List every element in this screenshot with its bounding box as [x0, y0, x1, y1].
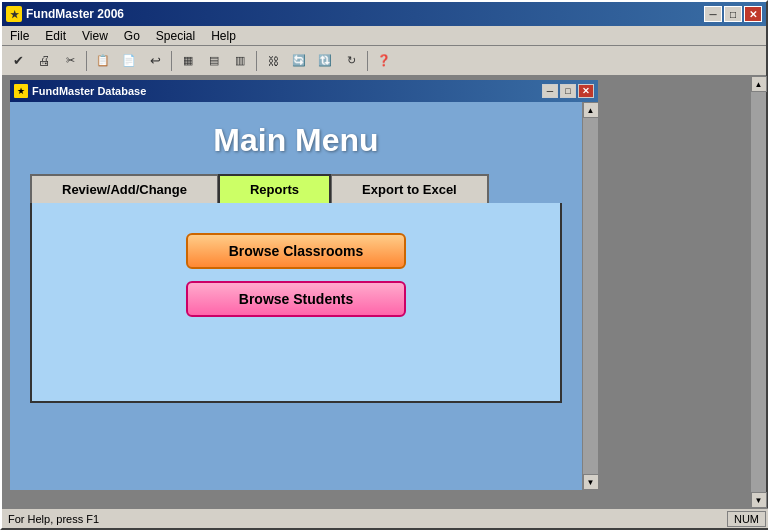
- toolbar-sep2: [171, 51, 172, 71]
- content-area: Main Menu Review/Add/Change Reports Expo…: [10, 102, 582, 490]
- toolbar-print[interactable]: 🖨: [32, 49, 56, 73]
- inner-app-icon: ★: [14, 84, 28, 98]
- tab-reports[interactable]: Reports: [218, 174, 331, 203]
- toolbar-grid3[interactable]: ▥: [228, 49, 252, 73]
- mdi-scroll-up[interactable]: ▲: [751, 76, 767, 92]
- toolbar-undo[interactable]: ↩: [143, 49, 167, 73]
- inner-window-title: FundMaster Database: [32, 85, 146, 97]
- toolbar-refresh3[interactable]: ↻: [339, 49, 363, 73]
- browse-classrooms-button[interactable]: Browse Classrooms: [186, 233, 406, 269]
- minimize-button[interactable]: ─: [704, 6, 722, 22]
- toolbar-grid1[interactable]: ▦: [176, 49, 200, 73]
- browse-students-button[interactable]: Browse Students: [186, 281, 406, 317]
- toolbar-copy[interactable]: 📋: [91, 49, 115, 73]
- toolbar-sep1: [86, 51, 87, 71]
- mdi-scroll-track[interactable]: [751, 92, 766, 492]
- inner-scroll-up[interactable]: ▲: [583, 102, 599, 118]
- inner-maximize-button[interactable]: □: [560, 84, 576, 98]
- main-title-bar: ★ FundMaster 2006 ─ □ ✕: [2, 2, 766, 26]
- app-title: FundMaster 2006: [26, 7, 124, 21]
- menu-view[interactable]: View: [78, 28, 112, 44]
- status-bar: For Help, press F1 NUM: [2, 508, 768, 528]
- help-text: For Help, press F1: [8, 513, 99, 525]
- main-menu-title: Main Menu: [10, 102, 582, 174]
- inner-title-bar: ★ FundMaster Database ─ □ ✕: [10, 80, 598, 102]
- inner-minimize-button[interactable]: ─: [542, 84, 558, 98]
- toolbar-refresh1[interactable]: 🔄: [287, 49, 311, 73]
- tab-review-add-change[interactable]: Review/Add/Change: [30, 174, 219, 203]
- menu-help[interactable]: Help: [207, 28, 240, 44]
- toolbar-sep4: [367, 51, 368, 71]
- toolbar-help[interactable]: ❓: [372, 49, 396, 73]
- tab-export-to-excel[interactable]: Export to Excel: [330, 174, 489, 203]
- close-button[interactable]: ✕: [744, 6, 762, 22]
- num-indicator: NUM: [727, 511, 766, 527]
- menu-edit[interactable]: Edit: [41, 28, 70, 44]
- tabs-container: Review/Add/Change Reports Export to Exce…: [10, 174, 582, 203]
- tab-panel: Browse Classrooms Browse Students: [30, 203, 562, 403]
- menu-special[interactable]: Special: [152, 28, 199, 44]
- menu-bar: File Edit View Go Special Help: [2, 26, 766, 46]
- inner-scrollbar[interactable]: ▲ ▼: [582, 102, 598, 490]
- maximize-button[interactable]: □: [724, 6, 742, 22]
- app-icon: ★: [6, 6, 22, 22]
- main-window: ★ FundMaster 2006 ─ □ ✕ File Edit View G…: [0, 0, 768, 530]
- title-bar-buttons: ─ □ ✕: [704, 6, 762, 22]
- toolbar: ✔ 🖨 ✂ 📋 📄 ↩ ▦ ▤ ▥ ⛓ 🔄 🔃 ↻ ❓: [2, 46, 766, 76]
- toolbar-paste[interactable]: 📄: [117, 49, 141, 73]
- toolbar-sep3: [256, 51, 257, 71]
- mdi-scrollbar[interactable]: ▲ ▼: [750, 76, 766, 508]
- toolbar-cut[interactable]: ✂: [58, 49, 82, 73]
- title-bar-left: ★ FundMaster 2006: [6, 6, 124, 22]
- toolbar-refresh2[interactable]: 🔃: [313, 49, 337, 73]
- menu-go[interactable]: Go: [120, 28, 144, 44]
- toolbar-grid2[interactable]: ▤: [202, 49, 226, 73]
- toolbar-link[interactable]: ⛓: [261, 49, 285, 73]
- menu-file[interactable]: File: [6, 28, 33, 44]
- inner-title-buttons: ─ □ ✕: [542, 84, 594, 98]
- status-right: NUM: [727, 511, 766, 527]
- inner-title-left: ★ FundMaster Database: [14, 84, 146, 98]
- toolbar-check[interactable]: ✔: [6, 49, 30, 73]
- inner-scroll-track[interactable]: [583, 118, 598, 474]
- inner-close-button[interactable]: ✕: [578, 84, 594, 98]
- inner-scroll-down[interactable]: ▼: [583, 474, 599, 490]
- mdi-scroll-down[interactable]: ▼: [751, 492, 767, 508]
- inner-window: ★ FundMaster Database ─ □ ✕ Main Menu Re…: [10, 80, 598, 490]
- mdi-area: ★ FundMaster Database ─ □ ✕ Main Menu Re…: [2, 76, 766, 508]
